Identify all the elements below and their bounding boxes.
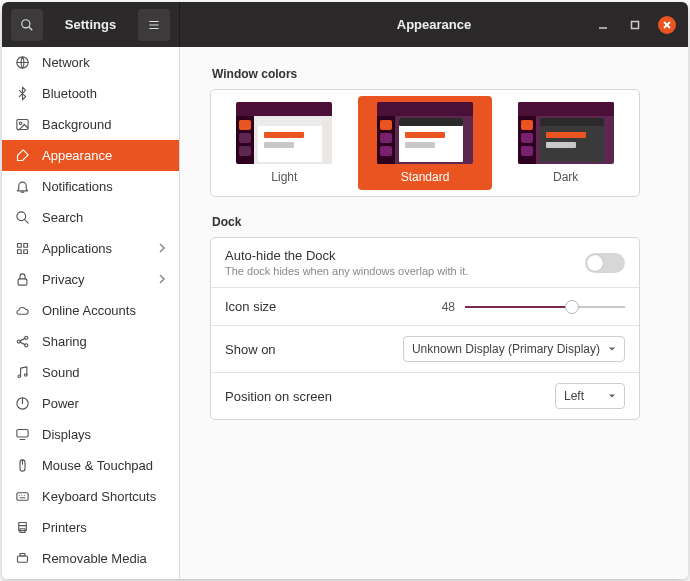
- minimize-button[interactable]: [594, 16, 612, 34]
- sidebar-item-label: Privacy: [42, 272, 85, 287]
- sidebar-item-label: Notifications: [42, 179, 113, 194]
- svg-point-0: [22, 19, 30, 27]
- svg-rect-37: [17, 556, 27, 562]
- sidebar-item-printers[interactable]: Printers: [2, 512, 179, 543]
- sidebar-item-background[interactable]: Background: [2, 109, 179, 140]
- music-icon: [14, 365, 30, 381]
- theme-label: Light: [271, 170, 297, 184]
- show-on-dropdown[interactable]: Unknown Display (Primary Display): [403, 336, 625, 362]
- headerbar: Settings Appearance: [2, 2, 688, 47]
- dock-heading: Dock: [212, 215, 640, 229]
- minimize-icon: [598, 20, 608, 30]
- hamburger-icon: [147, 18, 161, 32]
- svg-rect-17: [23, 250, 27, 254]
- theme-label: Dark: [553, 170, 578, 184]
- maximize-button[interactable]: [626, 16, 644, 34]
- autohide-toggle[interactable]: [585, 253, 625, 273]
- svg-rect-14: [17, 244, 21, 248]
- sidebar-item-power[interactable]: Power: [2, 388, 179, 419]
- globe-icon: [14, 55, 30, 71]
- sidebar-item-search[interactable]: Search: [2, 202, 179, 233]
- sidebar-item-keyboard-shortcuts[interactable]: Keyboard Shortcuts: [2, 481, 179, 512]
- bell-icon: [14, 179, 30, 195]
- position-label: Position on screen: [225, 389, 332, 404]
- svg-line-1: [29, 26, 33, 30]
- sidebar-item-label: Mouse & Touchpad: [42, 458, 153, 473]
- theme-tile-light[interactable]: Light: [217, 96, 352, 190]
- window-colors-heading: Window colors: [212, 67, 640, 81]
- headerbar-right: Appearance: [180, 2, 688, 47]
- usb-icon: [14, 551, 30, 567]
- theme-tile-dark[interactable]: Dark: [498, 96, 633, 190]
- slider-thumb[interactable]: [565, 300, 579, 314]
- toggle-knob: [587, 255, 603, 271]
- sidebar-item-appearance[interactable]: Appearance: [2, 140, 179, 171]
- sidebar-item-notifications[interactable]: Notifications: [2, 171, 179, 202]
- sidebar-item-bluetooth[interactable]: Bluetooth: [2, 78, 179, 109]
- sidebar-item-label: Removable Media: [42, 551, 147, 566]
- power-icon: [14, 396, 30, 412]
- chevron-right-icon: [157, 272, 167, 287]
- sidebar-item-applications[interactable]: Applications: [2, 233, 179, 264]
- dock-card: Auto-hide the Dock The dock hides when a…: [210, 237, 640, 420]
- sidebar-title: Settings: [46, 17, 135, 32]
- position-dropdown[interactable]: Left: [555, 383, 625, 409]
- svg-point-23: [24, 374, 27, 377]
- search-button[interactable]: [11, 9, 43, 41]
- svg-line-13: [24, 219, 28, 223]
- sidebar-item-online-accounts[interactable]: Online Accounts: [2, 295, 179, 326]
- sidebar-item-network[interactable]: Network: [2, 47, 179, 78]
- window-colors-card: LightStandardDark: [210, 89, 640, 197]
- close-button[interactable]: [658, 16, 676, 34]
- close-icon: [662, 20, 672, 30]
- svg-rect-10: [16, 120, 27, 130]
- chevron-down-icon: [608, 389, 616, 403]
- svg-rect-16: [17, 250, 21, 254]
- autohide-title: Auto-hide the Dock: [225, 248, 468, 263]
- theme-row: LightStandardDark: [211, 90, 639, 196]
- display-icon: [14, 427, 30, 443]
- grid-icon: [14, 241, 30, 257]
- cloud-icon: [14, 303, 30, 319]
- sidebar-item-displays[interactable]: Displays: [2, 419, 179, 450]
- headerbar-left: Settings: [2, 2, 180, 47]
- settings-window: Settings Appearance NetworkBluetoot: [2, 2, 688, 579]
- svg-rect-26: [16, 430, 27, 438]
- sidebar-item-label: Bluetooth: [42, 86, 97, 101]
- sidebar-item-label: Power: [42, 396, 79, 411]
- icon-size-value: 48: [431, 300, 455, 314]
- sidebar-item-label: Background: [42, 117, 111, 132]
- icon-size-slider[interactable]: [465, 299, 625, 315]
- sidebar-item-sound[interactable]: Sound: [2, 357, 179, 388]
- sidebar-item-mouse-touchpad[interactable]: Mouse & Touchpad: [2, 450, 179, 481]
- icon-size-row: Icon size 48: [211, 288, 639, 326]
- content-area: Window colors LightStandardDark Dock Aut…: [180, 47, 688, 579]
- show-on-row: Show on Unknown Display (Primary Display…: [211, 326, 639, 373]
- sidebar-item-label: Online Accounts: [42, 303, 136, 318]
- keyboard-icon: [14, 489, 30, 505]
- share-icon: [14, 334, 30, 350]
- search-icon: [14, 210, 30, 226]
- body: NetworkBluetoothBackgroundAppearanceNoti…: [2, 47, 688, 579]
- sidebar-item-label: Sharing: [42, 334, 87, 349]
- sidebar-item-label: Printers: [42, 520, 87, 535]
- maximize-icon: [630, 20, 640, 30]
- svg-rect-30: [16, 493, 27, 501]
- menu-button[interactable]: [138, 9, 170, 41]
- slider-fill: [465, 306, 572, 308]
- sidebar-item-sharing[interactable]: Sharing: [2, 326, 179, 357]
- bluetooth-icon: [14, 86, 30, 102]
- theme-tile-standard[interactable]: Standard: [358, 96, 493, 190]
- sidebar-item-label: Search: [42, 210, 83, 225]
- position-row: Position on screen Left: [211, 373, 639, 419]
- sidebar-item-label: Appearance: [42, 148, 112, 163]
- window-controls: [594, 16, 688, 34]
- sidebar-item-removable-media[interactable]: Removable Media: [2, 543, 179, 574]
- show-on-value: Unknown Display (Primary Display): [412, 342, 600, 356]
- sidebar-item-privacy[interactable]: Privacy: [2, 264, 179, 295]
- sidebar-item-label: Network: [42, 55, 90, 70]
- show-on-label: Show on: [225, 342, 276, 357]
- image-icon: [14, 117, 30, 133]
- mouse-icon: [14, 458, 30, 474]
- chevron-right-icon: [157, 241, 167, 256]
